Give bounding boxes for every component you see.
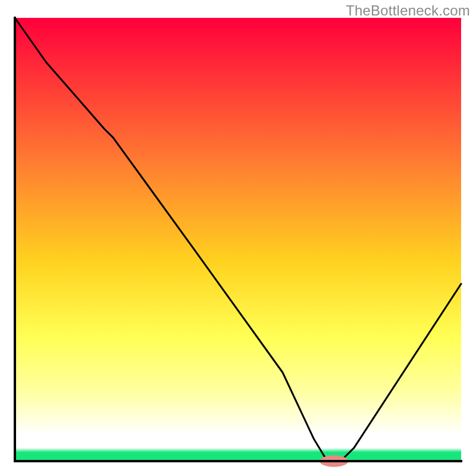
chart-stage: TheBottleneck.com [0, 0, 476, 476]
bottleneck-chart [0, 0, 476, 476]
gradient-background [15, 18, 461, 461]
watermark-text: TheBottleneck.com [346, 2, 470, 19]
